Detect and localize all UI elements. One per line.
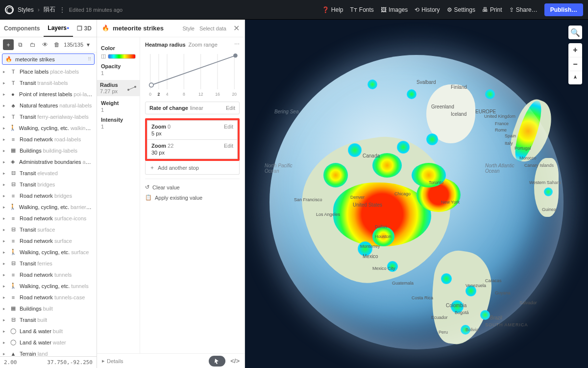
disclose-icon[interactable]: ▸	[3, 182, 7, 187]
tab-3d[interactable]: ❒3D	[73, 20, 95, 37]
disclose-icon[interactable]: ▸	[3, 69, 7, 74]
layer-row[interactable]: ▸TPlace labelsplace-labels	[0, 66, 97, 77]
disclose-icon[interactable]: ▸	[3, 159, 7, 164]
select-data-tab[interactable]: Select data	[199, 26, 226, 31]
close-icon[interactable]: ✕	[233, 24, 240, 33]
disclose-icon[interactable]: ▸	[3, 227, 7, 232]
history-button[interactable]: ⟲History	[415, 6, 440, 13]
share-button[interactable]: ⇪Share…	[509, 6, 538, 13]
disclose-icon[interactable]: ▸	[3, 92, 7, 97]
clear-value-button[interactable]: ↺Clear value	[145, 182, 240, 192]
layer-row[interactable]: ▸≡Road networktunnels	[0, 269, 97, 280]
disclose-icon[interactable]: ▸	[3, 114, 7, 119]
publish-button[interactable]: Publish…	[544, 3, 583, 16]
images-button[interactable]: 🖼Images	[381, 6, 408, 13]
disclose-icon[interactable]: ▸	[3, 171, 7, 176]
stop-edit-button[interactable]: Edit	[224, 143, 233, 149]
disclose-icon[interactable]: ▸	[3, 193, 7, 198]
layer-row[interactable]: ▸🚶Walking, cycling, etc.tunnels	[0, 280, 97, 291]
disclose-icon[interactable]: ▸	[3, 137, 7, 142]
stop-edit-button[interactable]: Edit	[224, 124, 233, 130]
help-button[interactable]: ❓Help	[322, 6, 343, 13]
apply-existing-button[interactable]: 📋Apply existing value	[145, 192, 240, 203]
disclose-icon[interactable]: ▸	[3, 103, 7, 108]
prop-radius-row[interactable]: Radius 7.27 px	[97, 80, 140, 96]
zoom-stop-row[interactable]: Zoom 22Edit 30 px	[147, 140, 238, 159]
ramp-icon[interactable]: ◫	[101, 53, 106, 59]
layer-row[interactable]: ▸▦Buildingsbuilding-labels	[0, 145, 97, 156]
layer-row[interactable]: ▸◈Administrative boundariesadmin	[0, 156, 97, 167]
disclose-icon[interactable]: ▸	[3, 238, 7, 243]
disclose-icon[interactable]: ▸	[3, 295, 7, 300]
layer-row[interactable]: ▸⊟Transitsurface	[0, 224, 97, 235]
layer-row[interactable]: ▸●Point of interest labelspoi-labels	[0, 88, 97, 100]
crumb-root[interactable]: Styles	[18, 6, 34, 13]
layer-row[interactable]: ▸◯Land & waterwater	[0, 337, 97, 348]
color-gradient-swatch[interactable]	[108, 54, 136, 59]
map-canvas[interactable]: Bering Sea North Pacific Ocean North Atl…	[245, 20, 588, 368]
disclose-icon[interactable]: ▸	[3, 272, 7, 277]
prop-weight-label[interactable]: Weight	[101, 100, 136, 106]
disclose-icon[interactable]: ▸	[3, 351, 7, 356]
code-view-button[interactable]: </>	[230, 357, 240, 365]
tab-components[interactable]: Components	[0, 20, 44, 37]
layer-row[interactable]: ▸TTransitferry-aerialway-labels	[0, 111, 97, 122]
fonts-button[interactable]: TᴛFonts	[350, 6, 374, 13]
group-button[interactable]: 🗀	[27, 39, 38, 50]
prop-color-label[interactable]: Color	[101, 45, 136, 51]
disclose-icon[interactable]: ▸	[3, 80, 7, 85]
roc-edit-button[interactable]: Edit	[226, 105, 235, 111]
disclose-icon[interactable]: ▸	[3, 250, 7, 255]
layer-row[interactable]: ▸≡Road networktunnels-case	[0, 291, 97, 303]
zoom-chart[interactable]: 0 2 4 8 12 16 20	[145, 51, 240, 100]
layer-row[interactable]: ▸▦Buildingsbuilt	[0, 303, 97, 314]
layer-row[interactable]: ▸🚶Walking, cycling, etc.surface	[0, 246, 97, 258]
layer-row[interactable]: ▸⊟Transitelevated	[0, 167, 97, 179]
disclose-icon[interactable]: ▸	[3, 317, 7, 322]
disclose-icon[interactable]: ▸	[3, 126, 6, 131]
layer-row-selected[interactable]: 🔥 meteorite strikes ⠿	[2, 53, 95, 65]
layer-row[interactable]: ▸TTransittransit-labels	[0, 77, 97, 88]
chart-more-icon[interactable]: ⋯	[234, 41, 240, 48]
layer-row[interactable]: ▸🚶Walking, cycling, etc.barriers-bridges	[0, 201, 97, 212]
filter-icon[interactable]: ▾	[87, 41, 94, 48]
layer-row[interactable]: ▸≡Road networkbridges	[0, 190, 97, 201]
layer-row[interactable]: ▸≡Road networksurface-icons	[0, 212, 97, 224]
settings-button[interactable]: ⚙Settings	[447, 6, 475, 13]
add-stop-button[interactable]: ＋Add another stop	[145, 161, 240, 175]
disclose-icon[interactable]: ▸	[3, 148, 7, 153]
disclose-icon[interactable]: ▸	[3, 216, 7, 221]
search-button[interactable]: 🔍	[568, 26, 582, 39]
drag-handle-icon[interactable]: ⠿	[88, 56, 91, 62]
layer-row[interactable]: ▸🚶Walking, cycling, etc.walking-cycling-…	[0, 122, 97, 133]
duplicate-button[interactable]: ⧉	[15, 39, 26, 50]
disclose-icon[interactable]: ▸	[3, 306, 7, 311]
layer-row[interactable]: ▸⊟Transitbuilt	[0, 314, 97, 325]
hide-button[interactable]: 👁	[40, 39, 50, 50]
disclose-icon[interactable]: ▸	[3, 329, 7, 334]
zoom-out-button[interactable]: −	[568, 57, 582, 71]
prop-opacity-label[interactable]: Opacity	[101, 63, 136, 69]
zoom-stop-row[interactable]: Zoom 0Edit 5 px	[147, 120, 238, 140]
layer-row[interactable]: ▸⊟Transitferries	[0, 258, 97, 269]
layer-row[interactable]: ▸≡Road networksurface	[0, 235, 97, 246]
layer-list[interactable]: 🔥 meteorite strikes ⠿ ▸TPlace labelsplac…	[0, 53, 97, 356]
layer-row[interactable]: ▸◯Land & waterbuilt	[0, 325, 97, 337]
globe[interactable]: Bering Sea North Pacific Ocean North Atl…	[270, 55, 564, 349]
app-logo[interactable]: ◯	[5, 5, 14, 14]
zoom-in-button[interactable]: +	[568, 43, 582, 57]
disclose-icon[interactable]: ▸	[3, 284, 7, 289]
layer-row[interactable]: ▸♣Natural featuresnatural-labels	[0, 100, 97, 111]
compass-button[interactable]	[568, 71, 582, 84]
layer-row[interactable]: ▸≡Road networkroad-labels	[0, 133, 97, 145]
layer-row[interactable]: ▸⊟Transitbridges	[0, 179, 97, 190]
style-tab[interactable]: Style	[182, 26, 194, 31]
layer-row[interactable]: ▸▲Terrainland	[0, 348, 97, 356]
tab-layers[interactable]: Layers●	[44, 20, 73, 37]
add-layer-button[interactable]: ＋	[3, 39, 14, 50]
disclose-icon[interactable]: ▸	[3, 340, 7, 345]
crumb-style-name[interactable]: 隕石	[44, 5, 55, 14]
rate-of-change-row[interactable]: Rate of change linear Edit	[145, 102, 240, 114]
disclose-icon[interactable]: ▸	[3, 261, 7, 266]
prop-intensity-label[interactable]: Intensity	[101, 117, 136, 123]
